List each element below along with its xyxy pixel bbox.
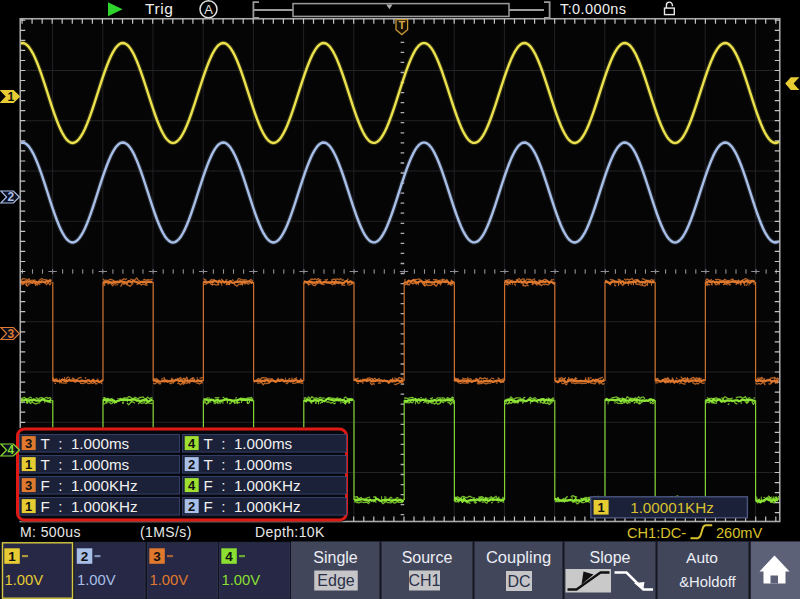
svg-text:4: 4 [225, 549, 233, 564]
svg-text:(1MS/s): (1MS/s) [140, 524, 192, 540]
svg-text:F : 1.000KHz: F : 1.000KHz [204, 477, 301, 494]
svg-text:2: 2 [7, 190, 14, 204]
svg-text:Trig: Trig [145, 0, 174, 17]
svg-text:F : 1.000KHz: F : 1.000KHz [41, 477, 138, 494]
svg-text:Depth:10K: Depth:10K [255, 524, 325, 540]
svg-text:F : 1.000KHz: F : 1.000KHz [204, 498, 301, 515]
svg-text:DC: DC [507, 573, 530, 590]
svg-text:&Holdoff: &Holdoff [679, 574, 736, 590]
svg-text:2: 2 [188, 499, 195, 514]
svg-text:260mV: 260mV [716, 525, 763, 541]
svg-text:4: 4 [7, 443, 14, 457]
svg-text:F : 1.000KHz: F : 1.000KHz [41, 498, 138, 515]
svg-text:1: 1 [25, 457, 32, 472]
svg-text:CH1:DC-: CH1:DC- [627, 525, 686, 541]
svg-text:CH1: CH1 [408, 572, 440, 589]
svg-text:Single: Single [313, 549, 358, 566]
svg-text:1.00001KHz: 1.00001KHz [630, 499, 714, 516]
svg-text:T : 1.000ms: T : 1.000ms [204, 435, 293, 452]
svg-text:Coupling: Coupling [486, 548, 551, 566]
svg-text:Slope: Slope [590, 549, 631, 566]
svg-text:3: 3 [7, 327, 14, 341]
svg-text:Source: Source [402, 549, 453, 566]
svg-text:4: 4 [188, 436, 196, 451]
svg-text:1.00V: 1.00V [77, 572, 116, 588]
svg-text:2: 2 [188, 457, 195, 472]
svg-text:T : 1.000ms: T : 1.000ms [41, 456, 130, 473]
svg-text:1.00V: 1.00V [150, 572, 189, 588]
svg-text:3: 3 [153, 549, 161, 564]
svg-text:1: 1 [597, 500, 604, 515]
svg-text:3: 3 [25, 436, 32, 451]
svg-text:3: 3 [25, 478, 32, 493]
svg-text:T:0.000ns: T:0.000ns [560, 1, 626, 17]
svg-text:M: 500us: M: 500us [20, 524, 81, 540]
svg-text:1: 1 [8, 549, 16, 564]
svg-text:1: 1 [25, 499, 32, 514]
svg-text:1.00V: 1.00V [222, 572, 261, 588]
svg-text:2: 2 [81, 549, 89, 564]
svg-text:A: A [204, 2, 213, 17]
svg-text:Edge: Edge [317, 572, 354, 589]
svg-text:T : 1.000ms: T : 1.000ms [41, 435, 130, 452]
svg-text:T: T [398, 19, 405, 31]
svg-text:4: 4 [188, 478, 196, 493]
svg-text:T : 1.000ms: T : 1.000ms [204, 456, 293, 473]
svg-text:1: 1 [7, 90, 14, 104]
svg-text:1.00V: 1.00V [5, 572, 44, 588]
svg-text:Auto: Auto [686, 549, 718, 566]
